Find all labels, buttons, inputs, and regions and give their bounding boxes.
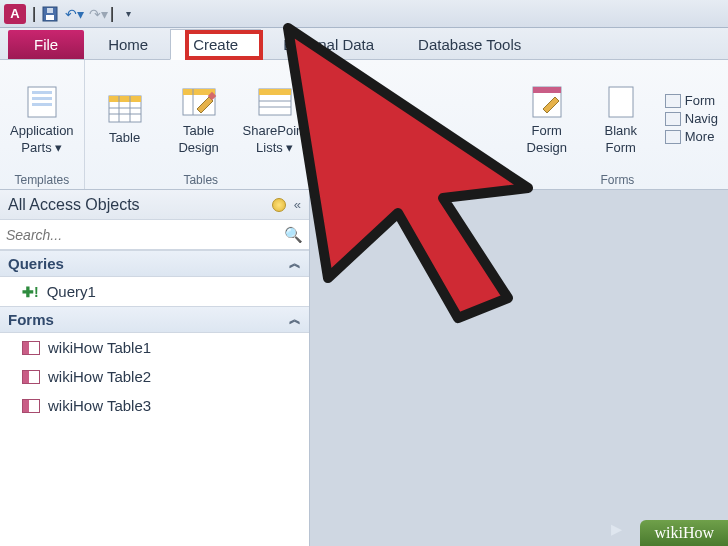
nav-item-form3[interactable]: wikiHow Table3: [0, 391, 309, 420]
blank-form-label1: Blank: [604, 123, 637, 138]
table-button[interactable]: Table: [95, 90, 155, 147]
application-parts-button[interactable]: Application Parts ▾: [10, 83, 74, 155]
table-design-icon: [179, 83, 219, 121]
tab-file[interactable]: File: [8, 30, 84, 59]
nav-collapse-icon[interactable]: «: [294, 197, 301, 212]
ribbon-group-tables: Table Table Design SharePoint Lists ▾ Ta…: [85, 60, 318, 189]
form-icon: [22, 370, 40, 384]
application-parts-label1: Application: [10, 123, 74, 138]
svg-rect-23: [609, 87, 633, 117]
nav-pane-title: All Access Objects: [8, 196, 140, 214]
section-title-queries: Queries: [8, 255, 64, 272]
blank-form-label2: Form: [606, 140, 636, 155]
forms-small-list: Form Navig More: [665, 93, 718, 144]
watermark: wikiHow: [640, 520, 728, 546]
collapse-icon[interactable]: ︽: [289, 255, 301, 272]
table-label1: Table: [109, 130, 140, 145]
blank-form-icon: [601, 83, 641, 121]
nav-filter-icon[interactable]: [272, 198, 286, 212]
form-wizard-label: Form: [685, 93, 715, 108]
search-icon[interactable]: 🔍: [284, 226, 303, 244]
form-icon: [22, 341, 40, 355]
undo-icon[interactable]: ↶▾: [62, 3, 86, 25]
form-wizard-icon: [665, 94, 681, 108]
tab-external-data[interactable]: External Data: [261, 30, 396, 59]
ribbon-group-hidden: [318, 60, 507, 189]
group-label-tables: Tables: [183, 173, 218, 187]
redo-icon[interactable]: ↷▾: [86, 3, 110, 25]
sharepoint-label2: Lists ▾: [256, 140, 293, 155]
table-design-label1: Table: [183, 123, 214, 138]
nav-item-form1[interactable]: wikiHow Table1: [0, 333, 309, 362]
nav-search-row: 🔍: [0, 220, 309, 250]
save-icon[interactable]: [38, 3, 62, 25]
sharepoint-lists-button[interactable]: SharePoint Lists ▾: [243, 83, 307, 155]
nav-item-label: wikiHow Table2: [48, 368, 151, 385]
tab-create[interactable]: Create: [170, 29, 261, 60]
form-design-button[interactable]: Form Design: [517, 83, 577, 155]
collapse-icon[interactable]: ︽: [289, 311, 301, 328]
app-badge-icon: A: [4, 4, 26, 24]
blank-form-button[interactable]: Blank Form: [591, 83, 651, 155]
more-forms-icon: [665, 130, 681, 144]
svg-rect-4: [32, 91, 52, 94]
svg-rect-6: [32, 103, 52, 106]
nav-item-label: Query1: [47, 283, 96, 300]
search-input[interactable]: [6, 227, 284, 243]
svg-rect-1: [46, 15, 54, 20]
form-design-label1: Form: [532, 123, 562, 138]
group-label-forms: Forms: [600, 173, 634, 187]
navigation-button[interactable]: Navig: [665, 111, 718, 126]
section-header-forms[interactable]: Forms ︽: [0, 306, 309, 333]
qat-customize-icon[interactable]: ▾: [116, 3, 140, 25]
table-design-label2: Design: [178, 140, 218, 155]
navigation-label: Navig: [685, 111, 718, 126]
nav-item-query1[interactable]: ✚! Query1: [0, 277, 309, 306]
svg-rect-22: [533, 87, 561, 93]
svg-rect-8: [109, 96, 141, 102]
ribbon-group-templates: Application Parts ▾ Templates: [0, 60, 85, 189]
form-design-icon: [527, 83, 567, 121]
more-forms-label: More: [685, 129, 715, 144]
section-header-queries[interactable]: Queries ︽: [0, 250, 309, 277]
query-icon: ✚!: [22, 284, 39, 300]
more-forms-button[interactable]: More: [665, 129, 718, 144]
title-bar: A | ↶▾ ↷▾ | ▾: [0, 0, 728, 28]
ribbon: Application Parts ▾ Templates Table Tabl…: [0, 60, 728, 190]
document-canvas: [310, 190, 728, 546]
svg-rect-18: [259, 89, 291, 95]
nav-item-form2[interactable]: wikiHow Table2: [0, 362, 309, 391]
nav-pane-header[interactable]: All Access Objects «: [0, 190, 309, 220]
tab-home[interactable]: Home: [86, 30, 170, 59]
svg-rect-5: [32, 97, 52, 100]
svg-rect-2: [47, 8, 53, 13]
table-icon: [105, 90, 145, 128]
nav-item-label: wikiHow Table3: [48, 397, 151, 414]
section-title-forms: Forms: [8, 311, 54, 328]
tab-database-tools[interactable]: Database Tools: [396, 30, 543, 59]
nav-item-label: wikiHow Table1: [48, 339, 151, 356]
ribbon-tab-row: File Home Create External Data Database …: [0, 28, 728, 60]
form-design-label2: Design: [527, 140, 567, 155]
group-label-templates: Templates: [14, 173, 69, 187]
table-design-button[interactable]: Table Design: [169, 83, 229, 155]
navigation-pane: All Access Objects « 🔍 Queries ︽ ✚! Quer…: [0, 190, 310, 546]
workspace: All Access Objects « 🔍 Queries ︽ ✚! Quer…: [0, 190, 728, 546]
application-parts-icon: [22, 83, 62, 121]
sharepoint-label1: SharePoint: [243, 123, 307, 138]
form-wizard-button[interactable]: Form: [665, 93, 718, 108]
form-icon: [22, 399, 40, 413]
watermark-arrow-icon: ▸: [611, 516, 622, 542]
ribbon-group-forms: Form Design Blank Form Form Navig More F…: [507, 60, 728, 189]
application-parts-label2: Parts ▾: [21, 140, 62, 155]
navigation-icon: [665, 112, 681, 126]
sharepoint-lists-icon: [255, 83, 295, 121]
